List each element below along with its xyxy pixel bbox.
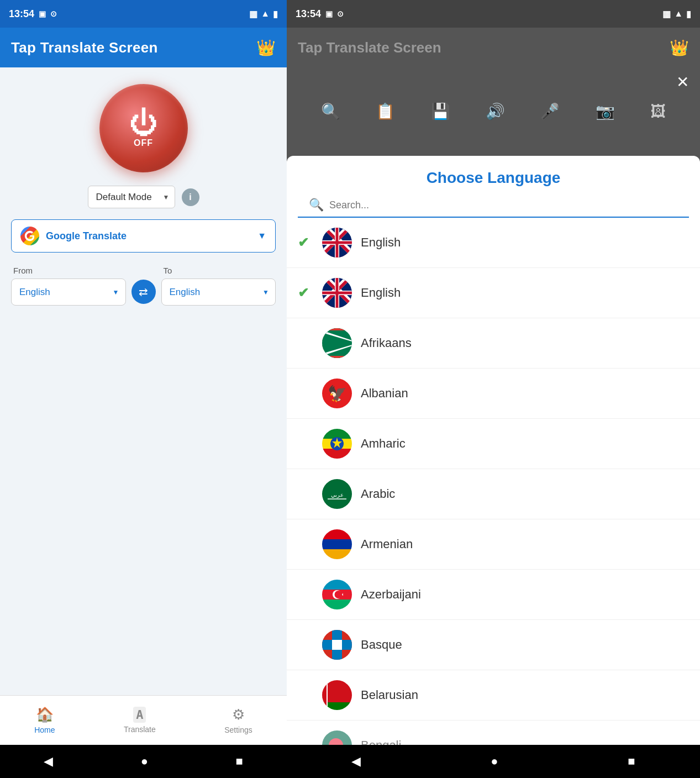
toolbar-camera-icon[interactable]: 📷 bbox=[596, 102, 615, 120]
back-button-right[interactable]: ◀ bbox=[351, 754, 361, 769]
toolbar-row: 🔍 📋 💾 🔊 🎤 📷 🖼 bbox=[287, 97, 700, 126]
flag-et bbox=[322, 429, 352, 459]
swap-icon: ⇄ bbox=[139, 285, 148, 298]
left-main-content: ⏻ OFF Default Mode Overlay Mode Popup Mo… bbox=[0, 67, 287, 695]
home-button-right[interactable]: ● bbox=[491, 754, 498, 769]
toolbar-mic-icon[interactable]: 🎤 bbox=[540, 102, 560, 120]
svg-rect-8 bbox=[322, 241, 352, 244]
info-label: i bbox=[189, 192, 191, 202]
info-icon[interactable]: i bbox=[182, 188, 199, 206]
overlay-background: ✕ 🔍 📋 💾 🔊 🎤 📷 🖼 bbox=[287, 67, 700, 156]
home-icon: 🏠 bbox=[36, 706, 54, 723]
list-item[interactable]: Amharic bbox=[287, 419, 700, 469]
lang-name: Azerbaijani bbox=[361, 587, 421, 602]
list-item[interactable]: Armenian bbox=[287, 519, 700, 570]
list-item[interactable]: عربي Arabic bbox=[287, 469, 700, 519]
left-app-title: Tap Translate Screen bbox=[11, 39, 158, 56]
battery-icon: ▮ bbox=[273, 9, 278, 19]
lang-name: Bengali bbox=[361, 738, 401, 745]
notif-icon: ⊙ bbox=[50, 9, 57, 18]
right-notif-icon: ⊙ bbox=[337, 9, 344, 18]
translate-label: Translate bbox=[124, 725, 156, 734]
right-status-time-group: 13:54 ▣ ⊙ bbox=[296, 8, 344, 20]
status-time-group: 13:54 ▣ ⊙ bbox=[9, 8, 57, 20]
left-crown-icon: 👑 bbox=[256, 39, 276, 57]
nav-home[interactable]: 🏠 Home bbox=[34, 706, 55, 734]
svg-rect-37 bbox=[322, 529, 352, 539]
flag-sa: عربي bbox=[322, 479, 352, 509]
left-status-icons: ▦ ▲ ▮ bbox=[249, 9, 278, 19]
recents-button-left[interactable]: ■ bbox=[235, 754, 243, 769]
search-row: 🔍 bbox=[298, 193, 689, 218]
list-item[interactable]: Afrikaans bbox=[287, 318, 700, 369]
lang-name: Basque bbox=[361, 638, 402, 652]
toolbar-search-icon[interactable]: 🔍 bbox=[321, 102, 340, 120]
list-item[interactable]: Azerbaijani bbox=[287, 570, 700, 620]
lang-row: From English Spanish French ⇄ To English bbox=[11, 266, 276, 306]
nav-settings[interactable]: ⚙ Settings bbox=[224, 706, 252, 734]
power-button-inner: ⏻ OFF bbox=[129, 108, 158, 148]
lang-name: Arabic bbox=[361, 487, 395, 501]
from-lang-select-wrapper: English Spanish French bbox=[11, 278, 126, 306]
svg-rect-40 bbox=[322, 580, 352, 590]
mode-select-wrapper: Default Mode Overlay Mode Popup Mode bbox=[88, 186, 175, 208]
svg-rect-42 bbox=[322, 600, 352, 609]
list-item[interactable]: ✔ English bbox=[287, 218, 700, 268]
right-cast-icon: ▦ bbox=[662, 9, 671, 19]
right-app-header: Tap Translate Screen 👑 bbox=[287, 28, 700, 67]
right-time: 13:54 bbox=[296, 8, 321, 20]
from-label: From bbox=[11, 266, 126, 275]
language-search-input[interactable] bbox=[329, 199, 678, 211]
toolbar-image-icon[interactable]: 🖼 bbox=[650, 102, 666, 120]
power-button[interactable]: ⏻ OFF bbox=[99, 84, 188, 172]
right-status-icons: ▦ ▲ ▮ bbox=[662, 9, 691, 19]
svg-rect-17 bbox=[322, 292, 352, 295]
flag-az bbox=[322, 580, 352, 609]
right-app-title: Tap Translate Screen bbox=[298, 39, 441, 56]
cast-icon: ▦ bbox=[249, 9, 257, 19]
translator-selector[interactable]: Google Translate ▼ bbox=[11, 219, 276, 253]
toolbar-speaker-icon[interactable]: 🔊 bbox=[486, 102, 505, 120]
list-item[interactable]: 🦅 Albanian bbox=[287, 369, 700, 419]
lang-name: English bbox=[361, 235, 401, 250]
close-icon: ✕ bbox=[676, 73, 689, 91]
home-button-left[interactable]: ● bbox=[141, 754, 148, 769]
nav-translate[interactable]: A Translate bbox=[124, 707, 156, 734]
list-item[interactable]: ✔ English bbox=[287, 268, 700, 318]
close-button[interactable]: ✕ bbox=[676, 73, 689, 91]
svg-rect-24 bbox=[322, 328, 352, 330]
power-icon: ⏻ bbox=[129, 108, 158, 137]
left-time: 13:54 bbox=[9, 8, 34, 20]
left-panel: 13:54 ▣ ⊙ ▦ ▲ ▮ Tap Translate Screen 👑 ⏻… bbox=[0, 0, 287, 778]
to-lang-select[interactable]: English Spanish French bbox=[161, 278, 276, 306]
mode-row: Default Mode Overlay Mode Popup Mode i bbox=[88, 186, 199, 208]
list-item[interactable]: Bengali bbox=[287, 721, 700, 745]
flag-al: 🦅 bbox=[322, 379, 352, 408]
swap-languages-button[interactable]: ⇄ bbox=[131, 280, 156, 304]
to-lang-select-wrapper: English Spanish French bbox=[161, 278, 276, 306]
from-lang-select[interactable]: English Spanish French bbox=[11, 278, 126, 306]
toolbar-save-icon[interactable]: 💾 bbox=[431, 102, 450, 120]
language-list: ✔ English bbox=[287, 218, 700, 745]
left-android-nav: ◀ ● ■ bbox=[0, 745, 287, 778]
list-item[interactable]: Belarusian bbox=[287, 670, 700, 721]
right-wifi-icon: ▲ bbox=[674, 9, 683, 19]
right-status-bar: 13:54 ▣ ⊙ ▦ ▲ ▮ bbox=[287, 0, 700, 28]
list-item[interactable]: Basque bbox=[287, 620, 700, 670]
toolbar-copy-icon[interactable]: 📋 bbox=[376, 102, 395, 120]
svg-rect-39 bbox=[322, 549, 352, 559]
right-battery-icon: ▮ bbox=[686, 9, 691, 19]
settings-icon: ⚙ bbox=[232, 706, 245, 723]
close-btn-row: ✕ bbox=[287, 67, 700, 97]
lang-name: Albanian bbox=[361, 386, 408, 401]
choose-language-sheet: Choose Language 🔍 ✔ bbox=[287, 156, 700, 745]
flag-za bbox=[322, 328, 352, 358]
mode-select[interactable]: Default Mode Overlay Mode Popup Mode bbox=[88, 186, 175, 208]
left-app-header: Tap Translate Screen 👑 bbox=[0, 28, 287, 67]
back-button-left[interactable]: ◀ bbox=[44, 754, 53, 769]
sim-icon: ▣ bbox=[39, 9, 46, 18]
svg-rect-49 bbox=[332, 640, 342, 650]
recents-button-right[interactable]: ■ bbox=[628, 754, 635, 769]
flag-am bbox=[322, 529, 352, 559]
svg-rect-25 bbox=[322, 356, 352, 358]
